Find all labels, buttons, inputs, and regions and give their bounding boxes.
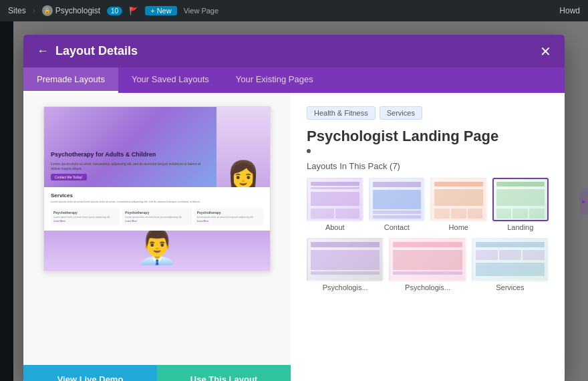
thumbnails-grid-2: Psychologis... Psychologis...: [307, 238, 549, 291]
service-3-link: Learn More: [197, 220, 261, 223]
thumb-contact-img: [369, 178, 426, 221]
tag-health-fitness[interactable]: Health & Fitness: [307, 106, 376, 120]
service-item-1: Psychotherapy Lorem ipsum dolor sit amet…: [51, 208, 120, 226]
close-button[interactable]: ✕: [540, 45, 551, 58]
service-3-text: Lorem ipsum dolor sit amet lorem ipsum a…: [197, 216, 261, 219]
thumb-psychologist2-img: [389, 238, 466, 281]
thumb-psychologist1-label: Psychologis...: [307, 283, 384, 291]
tab-premade-layouts[interactable]: Premade Layouts: [23, 68, 118, 93]
thumb-about-img: [307, 178, 363, 221]
sites-label: Sites: [8, 6, 26, 15]
thumb-home-img: [430, 178, 487, 221]
modal-body: Psychotherapy for Adults & Children Lore…: [23, 93, 565, 381]
service-item-3: Psychotherapy Lorem ipsum dolor sit amet…: [194, 208, 263, 226]
preview-hero: Psychotherapy for Adults & Children Lore…: [44, 107, 270, 187]
tab-saved-layouts[interactable]: Your Saved Layouts: [118, 68, 223, 93]
thumb-psychologist1-img: [307, 238, 384, 281]
service-2-link: Learn More: [125, 220, 188, 223]
layout-title: Psychologist Landing Page: [307, 128, 549, 145]
top-bar: Sites › 🔒 Psychologist 10 🚩 + New View P…: [0, 0, 588, 21]
thumb-home[interactable]: Home: [430, 178, 487, 231]
preview-panel: Psychotherapy for Adults & Children Lore…: [23, 93, 291, 381]
preview-cta-btn: Contact Me Today!: [51, 174, 87, 180]
preview-actions: View Live Demo Use This Layout: [23, 365, 291, 381]
service-1-text: Lorem ipsum dolor sit amet lorem ipsum a…: [53, 216, 117, 219]
info-panel: Health & Fitness Services Psychologist L…: [291, 93, 565, 381]
thumb-about-label: About: [307, 223, 363, 231]
thumb-psychologist2-label: Psychologis...: [389, 283, 466, 291]
thumb-contact[interactable]: Contact: [369, 178, 426, 231]
thumb-contact-label: Contact: [369, 223, 426, 231]
user-label: Howd: [559, 6, 580, 15]
thumb-home-label: Home: [430, 223, 487, 231]
preview-services-desc: Lorem ipsum dolor sit amet lorem ipsum d…: [51, 200, 263, 204]
thumb-about[interactable]: About: [307, 178, 363, 231]
view-page-link[interactable]: View Page: [184, 7, 218, 15]
tab-existing-pages[interactable]: Your Existing Pages: [223, 68, 327, 93]
thumb-services-label: Services: [472, 283, 549, 291]
use-layout-button[interactable]: Use This Layout: [157, 365, 291, 381]
service-item-2: Psychotherapy Lorem ipsum dolor sit amet…: [122, 208, 191, 226]
new-button[interactable]: + New: [145, 6, 177, 15]
back-arrow-icon[interactable]: ←: [37, 44, 49, 58]
service-1-link: Learn More: [53, 220, 117, 223]
preview-hero-desc: Lorem ipsum dolor sit amet, consectetur …: [51, 162, 210, 171]
preview-bottom: [44, 231, 270, 271]
thumbnails-grid-1: About Contact: [307, 178, 549, 231]
notification-badge[interactable]: 10: [107, 7, 122, 15]
thumb-psychologist1[interactable]: Psychologis...: [307, 238, 384, 291]
layout-dot: [307, 149, 311, 153]
site-icon: 🔒: [42, 5, 53, 16]
thumb-services[interactable]: Services: [472, 238, 549, 291]
thumb-psychologist2[interactable]: Psychologis...: [389, 238, 466, 291]
modal-title: Layout Details: [55, 44, 138, 58]
layout-details-modal: ← Layout Details ✕ Premade Layouts Your …: [23, 35, 565, 381]
preview-services-title: Services: [51, 193, 263, 199]
modal-header-left: ← Layout Details: [37, 44, 138, 58]
thumb-landing[interactable]: Landing: [492, 178, 549, 231]
modal-header: ← Layout Details ✕: [23, 35, 565, 68]
tags-container: Health & Fitness Services: [307, 106, 549, 120]
site-name-label: Psychologist: [55, 6, 100, 15]
service-1-title: Psychotherapy: [53, 211, 117, 215]
service-2-title: Psychotherapy: [125, 211, 188, 215]
service-2-text: Lorem ipsum dolor sit amet lorem ipsum a…: [125, 216, 188, 219]
preview-services: Services Lorem ipsum dolor sit amet lore…: [44, 187, 270, 231]
preview-services-grid: Psychotherapy Lorem ipsum dolor sit amet…: [51, 208, 263, 226]
pack-label: Layouts In This Pack (7): [307, 161, 549, 171]
modal-overlay: ← Layout Details ✕ Premade Layouts Your …: [0, 21, 588, 381]
preview-hero-title: Psychotherapy for Adults & Children: [51, 151, 210, 159]
preview-hero-image: [216, 107, 270, 187]
site-name: 🔒 Psychologist: [42, 5, 100, 16]
tag-services[interactable]: Services: [380, 106, 422, 120]
thumb-landing-img: [492, 178, 549, 221]
preview-mockup: Psychotherapy for Adults & Children Lore…: [43, 106, 271, 271]
thumb-landing-label: Landing: [492, 223, 549, 231]
service-3-title: Psychotherapy: [197, 211, 261, 215]
view-demo-button[interactable]: View Live Demo: [23, 365, 157, 381]
sites-link[interactable]: Sites: [8, 6, 26, 15]
modal-tabs: Premade Layouts Your Saved Layouts Your …: [23, 68, 565, 93]
preview-hero-text: Psychotherapy for Adults & Children Lore…: [44, 144, 216, 187]
thumb-services-img: [472, 238, 549, 281]
